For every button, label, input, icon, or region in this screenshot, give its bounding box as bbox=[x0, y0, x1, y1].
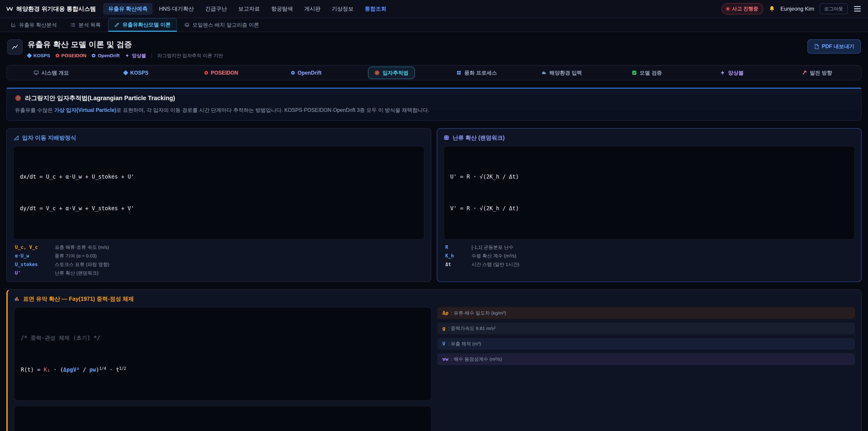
turbulent-diffusion-card: 난류 확산 (랜덤워크) U' = R · √(2K_h / Δt) V' = … bbox=[437, 128, 862, 282]
app-title: 해양환경 위기대응 통합시스템 bbox=[16, 5, 96, 13]
target-icon bbox=[15, 95, 21, 101]
lightning-bolt-icon bbox=[125, 53, 129, 58]
param-token: νw bbox=[442, 356, 448, 362]
user-name[interactable]: Eunjeong Kim bbox=[780, 6, 814, 12]
param-desc: : 유류-해수 밀도차 (kg/m³) bbox=[451, 310, 506, 316]
section-tab-particle-tracking[interactable]: 입자추적법 bbox=[349, 65, 434, 80]
oil-boom-icon bbox=[184, 22, 190, 28]
incident-dot-icon bbox=[726, 7, 729, 10]
pdf-export-button[interactable]: PDF 내보내기 bbox=[807, 39, 861, 54]
legend-desc: 난류 확산 (랜덤워크) bbox=[55, 270, 423, 276]
lightning-bolt-icon bbox=[720, 70, 725, 75]
opendrift-ring-icon bbox=[92, 54, 95, 57]
incident-status-badge[interactable]: 사고 진행중 bbox=[721, 3, 763, 14]
fay-params: Δρ : 유류-해수 밀도차 (kg/m³) g : 중력가속도 9.81 m/… bbox=[437, 307, 855, 431]
cloud-icon bbox=[541, 70, 547, 75]
tab-analysis-list[interactable]: 분석 목록 bbox=[64, 18, 107, 32]
kosps-diamond-icon bbox=[27, 53, 32, 58]
notification-bell-icon[interactable] bbox=[769, 6, 775, 12]
legend-desc: 표층 해류·조류 속도 (m/s) bbox=[55, 244, 423, 250]
section-tab-opendrift[interactable]: OpenDrift bbox=[264, 65, 349, 80]
rocket-icon bbox=[802, 70, 807, 75]
random-walk-code: U' = R · √(2K_h / Δt) V' = R · √(2K_h / … bbox=[443, 146, 855, 240]
monitor-icon bbox=[33, 70, 39, 75]
nav-item-emergency-rescue[interactable]: 긴급구난 bbox=[200, 3, 232, 15]
list-icon bbox=[70, 22, 76, 28]
banner-title: 라그랑지안 입자추적법(Lagrangian Particle Tracking… bbox=[15, 94, 853, 102]
param-token: g bbox=[442, 326, 445, 331]
nav-item-hns-atmospheric[interactable]: HNS·대기확산 bbox=[154, 3, 199, 15]
tab-diffusion-model-theory[interactable]: 유출유확산모델 이론 bbox=[108, 18, 177, 32]
main-content: 유출유 확산 모델 이론 및 검증 KOSPS POSEIDON OpenDri… bbox=[0, 32, 868, 431]
param-row: g : 중력가속도 9.81 m/s² bbox=[437, 322, 855, 334]
param-desc: : 중력가속도 9.81 m/s² bbox=[448, 325, 495, 332]
dice-icon bbox=[443, 135, 450, 141]
legend-desc: [-1,1] 균등분포 난수 bbox=[471, 244, 853, 250]
section-tab-future-direction[interactable]: 발전 방향 bbox=[774, 65, 860, 80]
governing-legend: U_c, V_c 표층 해류·조류 속도 (m/s) α·U_w 풍류 기여 (… bbox=[13, 244, 425, 276]
legend-desc: 풍류 기여 (α ≈ 0.03) bbox=[55, 253, 423, 259]
turbulence-card-title: 난류 확산 (랜덤워크) bbox=[443, 134, 855, 142]
page-header: 유출유 확산 모델 이론 및 검증 KOSPS POSEIDON OpenDri… bbox=[7, 39, 861, 59]
pen-icon bbox=[114, 22, 120, 27]
legend-token: U_c, V_c bbox=[15, 245, 55, 250]
kosps-badge: KOSPS bbox=[28, 53, 50, 58]
fay-grid: /* 중력-관성 체제 (초기) */ R(t) = K₁ · (ΔρgV² /… bbox=[14, 307, 855, 431]
opendrift-badge: OpenDrift bbox=[92, 53, 120, 58]
param-desc: : 해수 동점성계수 (m²/s) bbox=[451, 356, 502, 362]
poseidon-ring-icon bbox=[204, 71, 208, 74]
nav-item-oil-spill-prediction[interactable]: 유출유 확산예측 bbox=[103, 3, 153, 15]
code-comment: /* 중력-관성 체제 (초기) */ bbox=[21, 333, 425, 343]
nav-item-weather[interactable]: 기상정보 bbox=[327, 3, 359, 15]
tab-spill-analysis[interactable]: 유출유 확산분석 bbox=[4, 18, 63, 32]
governing-card-title: 입자 이동 지배방정식 bbox=[13, 134, 425, 142]
top-nav-right: 사고 진행중 Eunjeong Kim 로그아웃 bbox=[721, 3, 862, 14]
governing-equation-code: dx/dt = U_c + α·U_w + U_stokes + U' dy/d… bbox=[13, 146, 425, 240]
nav-item-reports[interactable]: 보고자료 bbox=[233, 3, 265, 15]
section-tab-poseidon[interactable]: POSEIDON bbox=[179, 65, 264, 80]
nav-item-board[interactable]: 게시판 bbox=[299, 3, 326, 15]
nav-item-aerial-search[interactable]: 항공탐색 bbox=[266, 3, 298, 15]
section-tabs: 시스템 개요 KOSPS POSEIDON OpenDrift bbox=[6, 65, 862, 81]
turbulence-legend: R [-1,1] 균등분포 난수 K_h 수평 확산 계수 (m²/s) Δt … bbox=[443, 244, 855, 268]
section-tab-system-overview[interactable]: 시스템 개요 bbox=[8, 65, 94, 80]
top-nav: 해양환경 위기대응 통합시스템 유출유 확산예측 HNS·대기확산 긴급구난 보… bbox=[0, 0, 868, 18]
grid-icon bbox=[456, 70, 462, 75]
target-icon bbox=[374, 70, 380, 75]
tab-oil-boom-algorithm-theory[interactable]: 오일펜스 배치 알고리즘 이론 bbox=[178, 18, 266, 32]
poseidon-ring-icon bbox=[56, 54, 59, 57]
section-tab-weathering-process[interactable]: 풍화 프로세스 bbox=[434, 65, 519, 80]
nav-item-integrated-search[interactable]: 통합조회 bbox=[360, 3, 392, 15]
app-logo[interactable]: 해양환경 위기대응 통합시스템 bbox=[6, 5, 96, 13]
param-token: V bbox=[442, 341, 445, 346]
menu-icon[interactable] bbox=[853, 4, 862, 13]
legend-desc: 수평 확산 계수 (m²/s) bbox=[471, 253, 853, 259]
green-check-icon bbox=[631, 70, 637, 75]
divider bbox=[151, 53, 152, 58]
section-tab-model-validation[interactable]: 모델 검증 bbox=[604, 65, 689, 80]
section-tab-kosps[interactable]: KOSPS bbox=[94, 65, 179, 80]
legend-token: K_h bbox=[445, 253, 471, 258]
logout-button[interactable]: 로그아웃 bbox=[819, 3, 848, 14]
document-icon bbox=[814, 44, 819, 49]
legend-token: α·U_w bbox=[15, 253, 55, 258]
ensemble-badge: 앙상블 bbox=[125, 53, 146, 59]
banner-description: 유출유를 수많은 가상 입자(Virtual Particle)로 표현하며, … bbox=[15, 106, 853, 114]
lagrangian-banner: 라그랑지안 입자추적법(Lagrangian Particle Tracking… bbox=[6, 88, 862, 121]
param-row: νw : 해수 동점성계수 (m²/s) bbox=[437, 353, 855, 365]
legend-token: U_stokes bbox=[15, 262, 55, 267]
main-nav: 유출유 확산예측 HNS·대기확산 긴급구난 보고자료 항공탐색 게시판 기상정… bbox=[103, 3, 714, 15]
legend-token: U' bbox=[15, 270, 55, 276]
fay-spreading-card: 표면 유막 확산 — Fay(1971) 중력-점성 체제 /* 중력-관성 체… bbox=[6, 289, 862, 431]
tab-bar: 유출유 확산분석 분석 목록 유출유확산모델 이론 오일펜스 배치 알고리즘 이… bbox=[0, 18, 868, 32]
param-token: Δρ bbox=[442, 310, 448, 316]
fay-card-title: 표면 유막 확산 — Fay(1971) 중력-점성 체제 bbox=[14, 295, 855, 303]
legend-token: R bbox=[445, 245, 471, 250]
scatter-chart-icon bbox=[11, 22, 16, 28]
legend-desc: 스토크스 표류 (파랑 영향) bbox=[55, 261, 423, 268]
opendrift-ring-icon bbox=[291, 71, 295, 74]
kosps-diamond-icon bbox=[123, 70, 128, 75]
section-tab-ensemble[interactable]: 앙상블 bbox=[689, 65, 774, 80]
section-tab-marine-environment-input[interactable]: 해양환경 입력 bbox=[519, 65, 604, 80]
bar-chart-icon bbox=[14, 296, 20, 302]
